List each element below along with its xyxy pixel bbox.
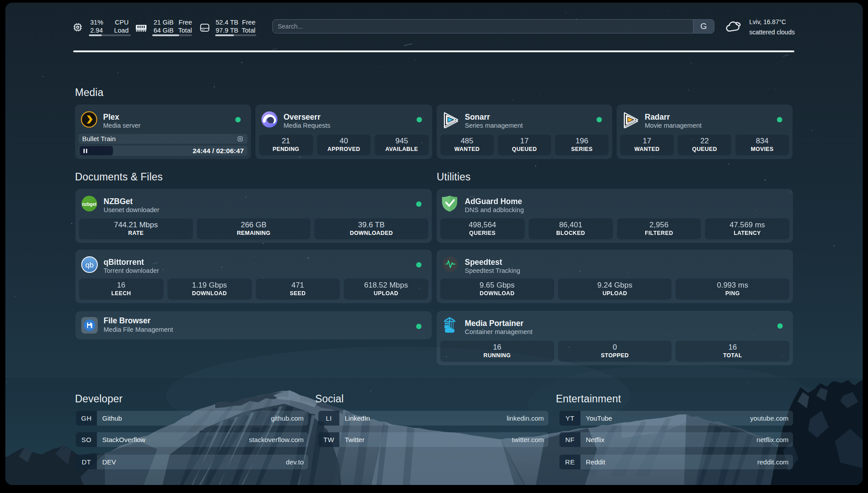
svg-text:qb: qb (85, 261, 94, 269)
svg-text:nzbget: nzbget (82, 202, 97, 207)
